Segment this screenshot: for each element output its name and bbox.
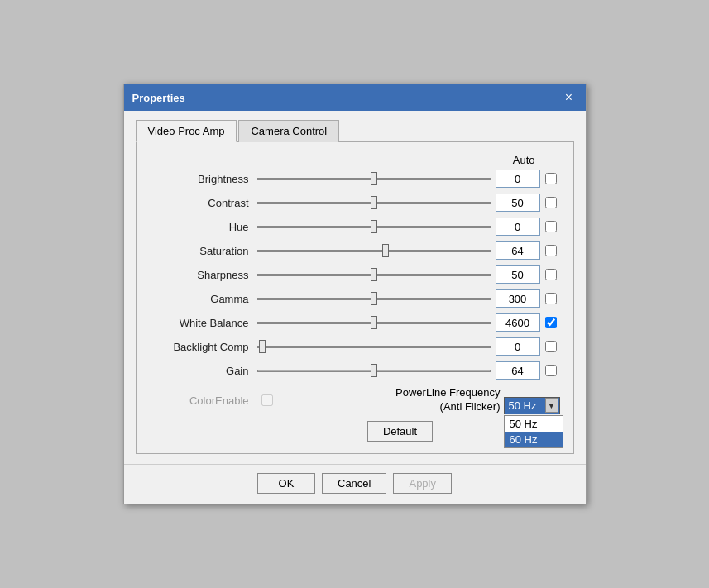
property-row-sharpness: Sharpness xyxy=(150,265,560,284)
property-label-6: White Balance xyxy=(150,317,257,329)
color-enable-section: ColorEnable xyxy=(150,394,276,407)
property-label-5: Gamma xyxy=(150,293,257,305)
powerline-dropdown-menu: 50 Hz 60 Hz xyxy=(504,415,563,448)
slider-thumb-3[interactable] xyxy=(382,244,389,257)
powerline-option-50hz[interactable]: 50 Hz xyxy=(505,416,563,432)
property-value-input-1[interactable] xyxy=(496,194,540,212)
property-value-input-5[interactable] xyxy=(496,289,540,308)
slider-track-0[interactable] xyxy=(257,178,491,180)
slider-thumb-0[interactable] xyxy=(371,172,377,185)
powerline-option-60hz[interactable]: 60 Hz xyxy=(505,432,563,447)
slider-thumb-7[interactable] xyxy=(259,340,266,353)
auto-checkbox-5[interactable] xyxy=(545,293,557,304)
slider-track-6[interactable] xyxy=(257,322,491,324)
slider-track-5[interactable] xyxy=(257,298,491,300)
property-label-7: Backlight Comp xyxy=(150,341,257,353)
powerline-section: PowerLine Frequency (Anti Flicker) 50 Hz… xyxy=(395,386,559,414)
tab-content: Auto BrightnessContrastHueSaturationShar… xyxy=(136,142,574,454)
tab-camera-control[interactable]: Camera Control xyxy=(238,120,339,142)
property-row-brightness: Brightness xyxy=(150,170,560,188)
powerline-selected-value[interactable]: 50 Hz xyxy=(504,397,560,414)
property-label-8: Gain xyxy=(150,365,257,377)
property-value-input-7[interactable] xyxy=(496,337,540,356)
property-label-2: Hue xyxy=(150,221,257,233)
color-enable-label: ColorEnable xyxy=(150,394,257,407)
close-button[interactable]: × xyxy=(561,89,577,106)
slider-container-6 xyxy=(257,314,491,331)
property-value-input-0[interactable] xyxy=(496,170,540,188)
property-row-contrast: Contrast xyxy=(150,194,560,212)
slider-container-2 xyxy=(257,218,491,235)
slider-track-7[interactable] xyxy=(257,346,491,348)
property-row-saturation: Saturation xyxy=(150,241,560,260)
default-button[interactable]: Default xyxy=(367,421,433,442)
slider-track-1[interactable] xyxy=(257,202,491,204)
properties-dialog: Properties × Video Proc Amp Camera Contr… xyxy=(123,84,587,504)
dialog-title: Properties xyxy=(132,92,185,104)
auto-checkbox-8[interactable] xyxy=(545,365,557,376)
powerline-label: PowerLine Frequency (Anti Flicker) xyxy=(395,386,500,414)
ok-button[interactable]: OK xyxy=(257,473,315,494)
dialog-footer: OK Cancel Apply xyxy=(124,464,586,504)
property-row-white-balance: White Balance xyxy=(150,313,560,332)
auto-checkbox-2[interactable] xyxy=(545,221,557,232)
auto-checkbox-3[interactable] xyxy=(545,245,557,256)
slider-track-2[interactable] xyxy=(257,226,491,228)
slider-container-4 xyxy=(257,266,491,283)
auto-checkbox-6[interactable] xyxy=(545,317,557,328)
slider-thumb-8[interactable] xyxy=(371,364,377,377)
slider-thumb-5[interactable] xyxy=(371,292,377,305)
apply-button[interactable]: Apply xyxy=(393,473,452,494)
auto-checkbox-1[interactable] xyxy=(545,197,557,208)
powerline-dropdown-container: 50 Hz ▼ 50 Hz 60 Hz xyxy=(504,397,560,414)
slider-thumb-6[interactable] xyxy=(371,316,377,329)
property-value-input-6[interactable] xyxy=(496,313,540,332)
auto-checkbox-0[interactable] xyxy=(545,173,557,184)
slider-track-8[interactable] xyxy=(257,370,491,372)
cancel-button[interactable]: Cancel xyxy=(322,473,386,494)
properties-list: BrightnessContrastHueSaturationSharpness… xyxy=(150,170,560,380)
tab-bar: Video Proc Amp Camera Control xyxy=(136,119,574,142)
property-row-backlight-comp: Backlight Comp xyxy=(150,337,560,356)
slider-track-3[interactable] xyxy=(257,250,491,252)
property-value-input-2[interactable] xyxy=(496,218,540,236)
slider-container-7 xyxy=(257,338,491,355)
slider-container-1 xyxy=(257,194,491,211)
dialog-body: Video Proc Amp Camera Control Auto Brigh… xyxy=(124,111,586,464)
auto-checkbox-4[interactable] xyxy=(545,269,557,280)
color-enable-checkbox[interactable] xyxy=(261,394,273,406)
property-value-input-4[interactable] xyxy=(496,265,540,284)
tab-video-proc-amp[interactable]: Video Proc Amp xyxy=(136,120,237,142)
slider-track-4[interactable] xyxy=(257,274,491,276)
slider-thumb-4[interactable] xyxy=(371,268,377,281)
property-label-1: Contrast xyxy=(150,197,257,209)
property-row-hue: Hue xyxy=(150,218,560,236)
auto-checkbox-7[interactable] xyxy=(545,341,557,352)
slider-container-0 xyxy=(257,170,491,187)
slider-container-5 xyxy=(257,290,491,307)
property-value-input-3[interactable] xyxy=(496,241,540,260)
slider-container-3 xyxy=(257,242,491,259)
property-row-gamma: Gamma xyxy=(150,289,560,308)
slider-container-8 xyxy=(257,362,491,379)
property-value-input-8[interactable] xyxy=(496,361,540,380)
slider-thumb-1[interactable] xyxy=(371,196,377,209)
property-label-4: Sharpness xyxy=(150,269,257,281)
bottom-controls-row: ColorEnable PowerLine Frequency (Anti Fl… xyxy=(150,386,560,414)
slider-thumb-2[interactable] xyxy=(371,220,377,233)
title-bar: Properties × xyxy=(124,84,586,111)
property-label-0: Brightness xyxy=(150,173,257,185)
auto-column-header: Auto xyxy=(150,154,560,166)
property-row-gain: Gain xyxy=(150,361,560,380)
property-label-3: Saturation xyxy=(150,245,257,257)
